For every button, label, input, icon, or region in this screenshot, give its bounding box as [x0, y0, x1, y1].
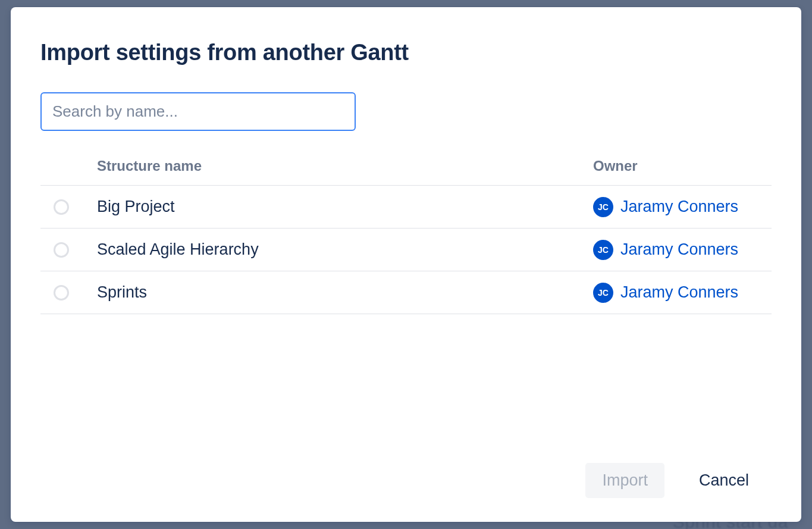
owner-link[interactable]: Jaramy Conners [620, 198, 738, 216]
import-settings-dialog: Import settings from another Gantt Struc… [11, 7, 801, 522]
header-owner: Owner [593, 158, 772, 174]
table-row[interactable]: Big Project JC Jaramy Conners [40, 186, 772, 228]
owner-link[interactable]: Jaramy Conners [620, 283, 738, 302]
owner-link[interactable]: Jaramy Conners [620, 240, 738, 259]
radio-select-icon[interactable] [54, 285, 69, 301]
avatar-icon: JC [593, 240, 613, 260]
structure-table: Structure name Owner Big Project JC Jara… [40, 158, 772, 314]
dialog-title: Import settings from another Gantt [40, 40, 772, 65]
radio-select-icon[interactable] [54, 242, 69, 258]
radio-select-icon[interactable] [54, 199, 69, 215]
structure-name: Sprints [97, 283, 593, 302]
header-structure-name: Structure name [97, 158, 593, 174]
import-button[interactable]: Import [585, 463, 664, 498]
structure-name: Scaled Agile Hierarchy [97, 240, 593, 259]
table-row[interactable]: Sprints JC Jaramy Conners [40, 271, 772, 314]
search-input[interactable] [40, 92, 356, 131]
table-header: Structure name Owner [40, 158, 772, 186]
dialog-footer: Import Cancel [40, 463, 772, 498]
avatar-icon: JC [593, 197, 613, 217]
cancel-button[interactable]: Cancel [682, 463, 766, 498]
table-row[interactable]: Scaled Agile Hierarchy JC Jaramy Conners [40, 228, 772, 271]
structure-name: Big Project [97, 198, 593, 216]
avatar-icon: JC [593, 283, 613, 303]
